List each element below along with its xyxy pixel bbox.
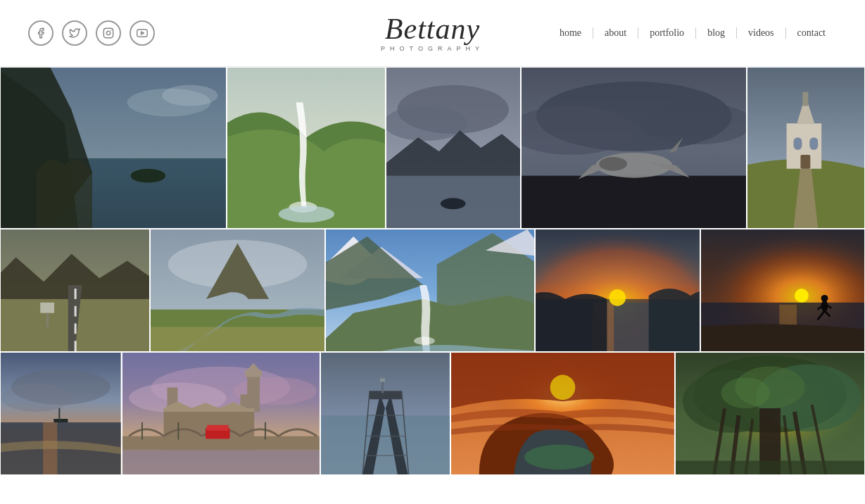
svg-rect-0 xyxy=(103,28,113,37)
svg-rect-81 xyxy=(177,422,179,440)
nav-videos[interactable]: videos xyxy=(737,27,786,39)
svg-rect-77 xyxy=(122,450,320,474)
svg-rect-36 xyxy=(46,313,49,327)
svg-rect-65 xyxy=(53,419,68,422)
photo-pier-image xyxy=(321,353,450,474)
photo-cliff[interactable] xyxy=(0,67,227,229)
photo-alpine-image xyxy=(326,229,534,351)
facebook-icon[interactable] xyxy=(28,20,53,46)
nav-about[interactable]: about xyxy=(593,27,638,39)
svg-rect-31 xyxy=(75,289,77,299)
photo-lake-image xyxy=(386,68,519,228)
svg-point-42 xyxy=(415,336,436,345)
svg-point-15 xyxy=(441,198,466,209)
svg-rect-110 xyxy=(676,461,864,474)
nav-home[interactable]: home xyxy=(548,27,593,39)
photo-horseshoe[interactable] xyxy=(450,352,675,475)
svg-rect-79 xyxy=(207,425,229,431)
svg-rect-20 xyxy=(522,176,747,228)
svg-point-59 xyxy=(795,289,809,303)
instagram-icon[interactable] xyxy=(96,20,121,46)
svg-point-96 xyxy=(524,445,594,470)
photo-gallery xyxy=(0,67,865,475)
photo-pier[interactable] xyxy=(320,352,450,475)
photo-london-image xyxy=(122,353,320,474)
photo-alpine[interactable] xyxy=(325,229,535,352)
svg-rect-74 xyxy=(247,374,260,412)
photo-plane-wreck[interactable] xyxy=(521,67,747,229)
svg-rect-27 xyxy=(810,137,819,150)
svg-point-97 xyxy=(550,375,576,401)
gallery-row-3 xyxy=(0,352,865,475)
main-nav: home about portfolio blog videos contact xyxy=(548,27,837,39)
svg-point-5 xyxy=(131,169,166,183)
svg-point-10 xyxy=(278,206,334,222)
photo-tree-image xyxy=(676,353,864,474)
photo-plane-wreck-image xyxy=(522,68,747,228)
photo-sunset-coast[interactable] xyxy=(535,229,700,352)
photo-tree[interactable] xyxy=(675,352,865,475)
svg-point-48 xyxy=(610,289,626,306)
svg-rect-32 xyxy=(75,306,77,317)
svg-rect-25 xyxy=(803,92,809,106)
social-icons-group xyxy=(28,20,155,46)
svg-rect-86 xyxy=(370,391,401,399)
svg-rect-40 xyxy=(151,327,324,351)
photo-lake[interactable] xyxy=(386,67,520,229)
photo-road-image xyxy=(1,229,149,351)
gallery-row-2 xyxy=(0,229,865,352)
twitter-icon[interactable] xyxy=(62,20,87,46)
nav-portfolio[interactable]: portfolio xyxy=(638,27,696,39)
youtube-icon[interactable] xyxy=(130,20,155,46)
photo-ocean-sunset[interactable] xyxy=(0,352,122,475)
logo-subtitle: PHOTOGRAPHY xyxy=(381,45,484,52)
photo-waterfall[interactable] xyxy=(227,67,386,229)
svg-rect-35 xyxy=(40,303,54,313)
svg-rect-85 xyxy=(321,415,450,474)
svg-rect-82 xyxy=(265,422,266,440)
svg-point-7 xyxy=(162,85,217,106)
svg-point-22 xyxy=(599,157,627,171)
svg-rect-92 xyxy=(381,381,384,393)
svg-rect-66 xyxy=(58,408,60,421)
svg-point-62 xyxy=(1,384,71,412)
nav-contact[interactable]: contact xyxy=(786,27,837,39)
photo-church[interactable] xyxy=(747,67,865,229)
svg-point-112 xyxy=(721,377,770,408)
svg-rect-26 xyxy=(794,137,802,150)
photo-runner[interactable] xyxy=(700,229,865,352)
photo-church-image xyxy=(747,68,864,228)
photo-kirkjufell-image xyxy=(151,229,324,351)
svg-rect-80 xyxy=(141,422,143,440)
site-logo[interactable]: Bettany PHOTOGRAPHY xyxy=(381,14,484,52)
svg-rect-34 xyxy=(75,341,77,351)
svg-point-54 xyxy=(821,295,828,302)
svg-rect-75 xyxy=(245,370,262,377)
photo-sunset-coast-image xyxy=(536,229,699,351)
photo-waterfall-image xyxy=(227,68,386,228)
gallery-row-1 xyxy=(0,67,865,229)
photo-kirkjufell[interactable] xyxy=(150,229,325,352)
photo-london[interactable] xyxy=(122,352,320,475)
svg-rect-93 xyxy=(380,379,385,382)
nav-blog[interactable]: blog xyxy=(696,27,737,39)
site-header: Bettany PHOTOGRAPHY home about portfolio… xyxy=(0,0,865,67)
svg-marker-2 xyxy=(141,32,144,34)
photo-road[interactable] xyxy=(0,229,150,352)
svg-rect-28 xyxy=(801,155,811,169)
svg-rect-33 xyxy=(75,323,77,334)
photo-runner-image xyxy=(701,229,864,351)
photo-horseshoe-image xyxy=(451,353,674,474)
logo-script: Bettany xyxy=(381,14,484,44)
photo-cliff-image xyxy=(1,68,226,228)
photo-ocean-sunset-image xyxy=(1,353,121,474)
